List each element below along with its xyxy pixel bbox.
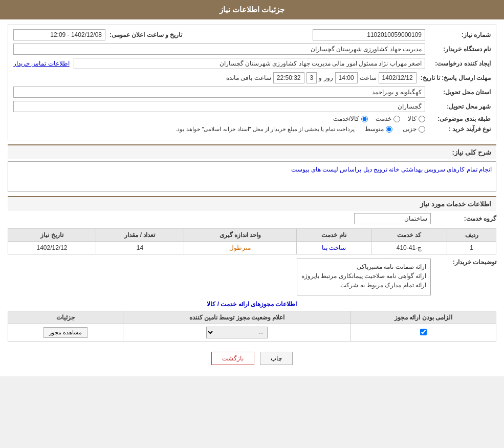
need-number-value: 1102010059000109	[313, 29, 425, 40]
view-permit-button[interactable]: مشاهده مجوز	[43, 327, 87, 338]
city-label: شهر محل تحویل:	[429, 103, 491, 110]
buyer-org-value: مدیریت جهاد کشاورزی شهرستان گچساران	[13, 44, 425, 55]
purchase-jazee-radio[interactable]	[419, 126, 425, 133]
row-category: طبقه بندی موضوعی: کالا خدمت کالا/خدمت	[13, 115, 491, 122]
deadline-remaining-value: 22:50:32	[273, 72, 304, 83]
services-table: ردیف کد خدمت نام خدمت واحد اندازه گیری ت…	[8, 228, 496, 254]
col-header-code: کد خدمت	[371, 229, 447, 242]
row-need-number: شماره نیاز: 1102010059000109 تاریخ و ساع…	[13, 29, 491, 40]
buyer-notes-row: توضیحات خریدار: ارائه ضمانت نامه معتبربا…	[8, 259, 496, 295]
buyer-notes-content: ارائه ضمانت نامه معتبرباکی ارائه گواهی ن…	[297, 259, 431, 295]
row-deadline: مهلت ارسال پاسخ: تا تاریخ: 1402/12/12 سا…	[13, 72, 491, 83]
buyer-notes-line3: ارائه تمام مدارک مربوط به شرکت	[301, 282, 426, 289]
page-title: جزئیات اطلاعات نیاز	[220, 5, 284, 14]
col-header-unit: واحد اندازه گیری	[184, 229, 296, 242]
row-buyer-org: نام دستگاه خریدار: مدیریت جهاد کشاورزی ش…	[13, 44, 491, 55]
category-kala-khadamat-item: کالا/خدمت	[333, 115, 368, 122]
service-group-row: گروه خدمت: ساختمان	[8, 213, 496, 224]
deadline-label: مهلت ارسال پاسخ: تا تاریخ:	[421, 74, 491, 81]
province-value: کهگیلویه و بویراحمد	[13, 87, 425, 98]
description-section-title: شرح کلی نیاز:	[8, 144, 496, 159]
buyer-notes-line2: ارائه گواهی نامه صلاحیت پیمانکاری مرتبط …	[301, 272, 426, 280]
cell-date: 1402/12/12	[8, 242, 96, 254]
category-khadamat-item: خدمت	[376, 115, 400, 122]
deadline-datetime-row: 1402/12/12 ساعت 14:00 روز و 3 22:50:32 س…	[226, 72, 417, 83]
row-province: استان محل تحویل: کهگیلویه و بویراحمد	[13, 87, 491, 98]
deadline-time-label: ساعت	[360, 74, 377, 81]
main-info-section: شماره نیاز: 1102010059000109 تاریخ و ساع…	[8, 25, 496, 140]
row-city: شهر محل تحویل: گچساران	[13, 101, 491, 112]
category-label: طبقه بندی موضوعی:	[429, 115, 491, 122]
print-button[interactable]: چاپ	[260, 352, 293, 365]
purchase-motavasset-item: متوسط	[365, 125, 392, 133]
permits-col-details: جزئیات	[8, 311, 123, 324]
purchase-motavasset-radio[interactable]	[386, 126, 392, 133]
category-kala-khadamat-radio[interactable]	[361, 116, 368, 122]
permits-col-status: اعلام وضعیت مجوز توسط نامین کننده	[123, 311, 351, 324]
permit-required-cell	[351, 324, 496, 342]
announce-datetime-value: 1402/12/08 - 12:09	[13, 29, 105, 40]
deadline-remaining-label: ساعت باقی مانده	[226, 74, 271, 81]
city-value: گچساران	[13, 101, 425, 112]
permits-section-title: اطلاعات مجوزهای ارائه خدمت / کالا	[8, 301, 496, 308]
category-kala-item: کالا	[408, 115, 425, 122]
row-purchase-type: نوع فرآیند خرید : جزیی متوسط پرداخت تمام…	[13, 125, 491, 133]
deadline-days-value: 3	[306, 72, 317, 83]
description-box: انجام تمام کارهای سرویس بهداشتی خانه ترو…	[8, 161, 496, 192]
purchase-type-label: نوع فرآیند خرید :	[429, 125, 491, 133]
services-section: اطلاعات خدمات مورد نیاز گروه خدمت: ساختم…	[8, 196, 496, 295]
permit-required-checkbox[interactable]	[420, 329, 427, 335]
cell-unit: مترطول	[184, 242, 296, 254]
category-khadamat-label: خدمت	[376, 115, 391, 122]
requester-label: ایجاد کننده درخواست:	[429, 60, 491, 67]
buyer-notes-line1: ارائه ضمانت نامه معتبرباکی	[301, 263, 426, 270]
col-header-date: تاریخ نیاز	[8, 229, 96, 242]
cell-row: 1	[447, 242, 496, 254]
permits-table: الزامی بودن ارائه مجوز اعلام وضعیت مجوز …	[8, 311, 496, 342]
service-group-label: گروه خدمت:	[435, 215, 496, 222]
cell-code: ج-41-410	[371, 242, 447, 254]
purchase-motavasset-label: متوسط	[365, 125, 384, 133]
deadline-date-value: 1402/12/12	[379, 72, 417, 83]
cell-qty: 14	[96, 242, 184, 254]
page-header: جزئیات اطلاعات نیاز	[0, 0, 504, 19]
col-header-row: ردیف	[447, 229, 496, 242]
permit-status-select[interactable]: --	[206, 327, 268, 338]
buyer-org-label: نام دستگاه خریدار:	[429, 46, 491, 53]
requester-contact-link[interactable]: اطلاعات تماس خریدار	[13, 60, 70, 67]
col-header-name: نام خدمت	[297, 229, 371, 242]
back-button[interactable]: بازگشت	[211, 352, 254, 365]
category-khadamat-radio[interactable]	[393, 116, 400, 122]
permit-details-cell: مشاهده مجوز	[8, 324, 123, 342]
deadline-time-value: 14:00	[335, 72, 358, 83]
category-kala-khadamat-label: کالا/خدمت	[333, 115, 359, 122]
permits-section: اطلاعات مجوزهای ارائه خدمت / کالا الزامی…	[8, 301, 496, 342]
need-number-label: شماره نیاز:	[429, 31, 491, 38]
table-row: 1 ج-41-410 ساخت بنا مترطول 14 1402/12/12	[8, 242, 496, 254]
service-group-value: ساختمان	[354, 213, 431, 224]
purchase-type-notice: پرداخت تمام یا بخشی از مبلغ خریدار از مح…	[176, 126, 355, 133]
cell-name: ساخت بنا	[297, 242, 371, 254]
permits-col-required: الزامی بودن ارائه مجوز	[351, 311, 496, 324]
permit-status-cell: --	[123, 324, 351, 342]
row-requester: ایجاد کننده درخواست: اصغر مهراب نژاد مسئ…	[13, 58, 491, 69]
footer-buttons: چاپ بازگشت	[8, 346, 496, 371]
description-value: انجام تمام کارهای سرویس بهداشتی خانه ترو…	[291, 166, 492, 173]
purchase-type-row: جزیی متوسط پرداخت تمام یا بخشی از مبلغ خ…	[176, 125, 425, 133]
province-label: استان محل تحویل:	[429, 89, 491, 96]
requester-name-value: اصغر مهراب نژاد مسئول امور مالی مدیریت ج…	[74, 58, 425, 69]
purchase-jazee-label: جزیی	[403, 125, 417, 133]
purchase-jazee-item: جزیی	[403, 125, 425, 133]
description-section: شرح کلی نیاز: انجام تمام کارهای سرویس به…	[8, 144, 496, 192]
announce-datetime-label: تاریخ و ساعت اعلان عمومی:	[109, 31, 182, 38]
page-wrapper: جزئیات اطلاعات نیاز شماره نیاز: 11020100…	[0, 0, 504, 376]
category-kala-label: کالا	[408, 115, 417, 122]
category-kala-radio[interactable]	[419, 116, 425, 122]
buyer-notes-label: توضیحات خریدار:	[435, 259, 496, 266]
deadline-days-label: روز و	[319, 74, 333, 81]
list-item: -- مشاهده مجوز	[8, 324, 496, 342]
content-area: شماره نیاز: 1102010059000109 تاریخ و ساع…	[0, 19, 504, 376]
category-radio-group: کالا خدمت کالا/خدمت	[333, 115, 425, 122]
col-header-qty: تعداد / مقدار	[96, 229, 184, 242]
services-section-title: اطلاعات خدمات مورد نیاز	[8, 196, 496, 211]
